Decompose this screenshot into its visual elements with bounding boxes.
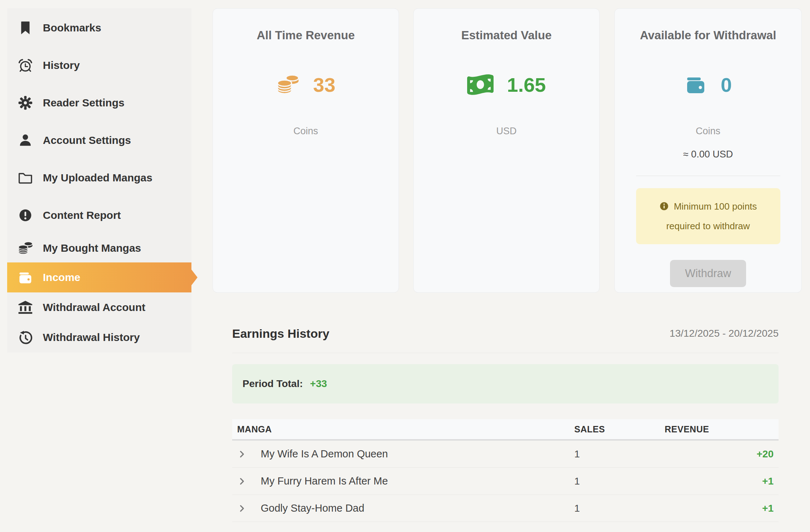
revenue-value: +1: [665, 476, 779, 487]
all-time-revenue-value: 33: [313, 73, 335, 96]
all-time-revenue-card: All Time Revenue 33 Coins: [212, 8, 399, 293]
period-total-banner: Period Total: +33: [232, 364, 779, 403]
card-divider: [636, 176, 780, 176]
exclamation-circle-icon: [17, 207, 34, 224]
sidebar-item-label: My Uploaded Mangas: [43, 172, 152, 184]
sidebar-item-my-bought-mangas[interactable]: My Bought Mangas: [7, 234, 191, 262]
money-bill-icon: [467, 73, 494, 96]
manga-title: My Furry Harem Is After Me: [261, 475, 388, 487]
sidebar-item-content-report[interactable]: Content Report: [7, 196, 191, 234]
sidebar-item-label: Account Settings: [43, 134, 131, 146]
sidebar-item-withdrawal-account[interactable]: Withdrawal Account: [7, 292, 191, 322]
unit-label: Coins: [213, 126, 399, 137]
approx-usd-label: ≈ 0.00 USD: [615, 149, 801, 160]
period-total-value: +33: [310, 378, 327, 390]
person-icon: [17, 132, 34, 149]
earnings-history-title: Earnings History: [232, 327, 329, 341]
sidebar-item-label: My Bought Mangas: [43, 242, 141, 254]
sales-value: 1: [574, 448, 665, 460]
withdraw-warning: Minimum 100 points required to withdraw: [636, 188, 780, 244]
bank-icon: [17, 299, 34, 316]
table-row[interactable]: Godly Stay-Home Dad 1 +1: [232, 495, 779, 522]
card-title: Estimated Value: [414, 29, 599, 42]
section-divider: [232, 353, 779, 353]
manga-title: Godly Stay-Home Dad: [261, 502, 364, 514]
sidebar-item-account-settings[interactable]: Account Settings: [7, 121, 191, 159]
wallet-icon: [684, 73, 707, 96]
withdraw-button[interactable]: Withdraw: [670, 260, 746, 287]
sidebar-item-income[interactable]: Income: [7, 262, 191, 292]
revenue-value: +20: [665, 448, 779, 460]
sales-value: 1: [574, 476, 665, 487]
sidebar-item-history[interactable]: History: [7, 46, 191, 84]
warning-text: Minimum 100 points required to withdraw: [666, 201, 757, 231]
coins-icon: [17, 240, 34, 256]
sidebar-item-label: Reader Settings: [43, 97, 124, 109]
history-icon: [17, 329, 34, 346]
chevron-right-icon[interactable]: [237, 477, 246, 486]
sidebar-item-reader-settings[interactable]: Reader Settings: [7, 84, 191, 121]
estimated-value-value: 1.65: [507, 73, 546, 96]
chevron-right-icon[interactable]: [237, 450, 246, 459]
sidebar-item-label: Income: [43, 271, 80, 283]
column-header-manga: MANGA: [232, 424, 574, 435]
info-circle-icon: [659, 199, 669, 217]
period-total-label: Period Total:: [242, 378, 303, 390]
table-row[interactable]: My Wife Is A Demon Queen 1 +20: [232, 441, 779, 468]
available-for-withdrawal-card: Available for Withdrawal 0 Coins ≈ 0.00 …: [614, 8, 802, 293]
date-range: 13/12/2025 - 20/12/2025: [670, 328, 779, 339]
earnings-table: MANGA SALES REVENUE My Wife Is A Demon Q…: [232, 419, 779, 522]
sidebar-item-my-uploaded-mangas[interactable]: My Uploaded Mangas: [7, 159, 191, 196]
sidebar-item-bookmarks[interactable]: Bookmarks: [7, 9, 191, 46]
sidebar-item-withdrawal-history[interactable]: Withdrawal History: [7, 322, 191, 352]
bookmark-icon: [17, 20, 34, 36]
sidebar-item-label: Bookmarks: [43, 22, 101, 34]
table-header-row: MANGA SALES REVENUE: [232, 419, 779, 441]
sidebar-item-label: History: [43, 59, 80, 71]
gear-icon: [17, 95, 34, 111]
available-value: 0: [721, 73, 732, 96]
revenue-value: +1: [665, 503, 779, 514]
coins-icon: [276, 73, 300, 96]
chevron-right-icon[interactable]: [237, 504, 246, 513]
alarm-clock-icon: [17, 57, 34, 74]
sidebar-item-label: Content Report: [43, 209, 121, 221]
manga-title: My Wife Is A Demon Queen: [261, 448, 388, 460]
sales-value: 1: [574, 503, 665, 514]
sidebar-item-label: Withdrawal History: [43, 331, 140, 343]
estimated-value-card: Estimated Value 1.65 USD: [413, 8, 600, 293]
folder-icon: [17, 170, 34, 186]
card-title: All Time Revenue: [213, 29, 399, 42]
column-header-revenue: REVENUE: [665, 424, 779, 435]
table-row[interactable]: My Furry Harem Is After Me 1 +1: [232, 468, 779, 495]
wallet-icon: [17, 269, 34, 286]
sidebar-item-label: Withdrawal Account: [43, 301, 145, 313]
earnings-history-section: Earnings History 13/12/2025 - 20/12/2025…: [232, 323, 779, 522]
unit-label: USD: [414, 126, 599, 137]
card-title: Available for Withdrawal: [615, 29, 801, 42]
unit-label: Coins: [615, 126, 801, 137]
sidebar: Bookmarks History: [7, 8, 191, 352]
column-header-sales: SALES: [574, 424, 665, 435]
